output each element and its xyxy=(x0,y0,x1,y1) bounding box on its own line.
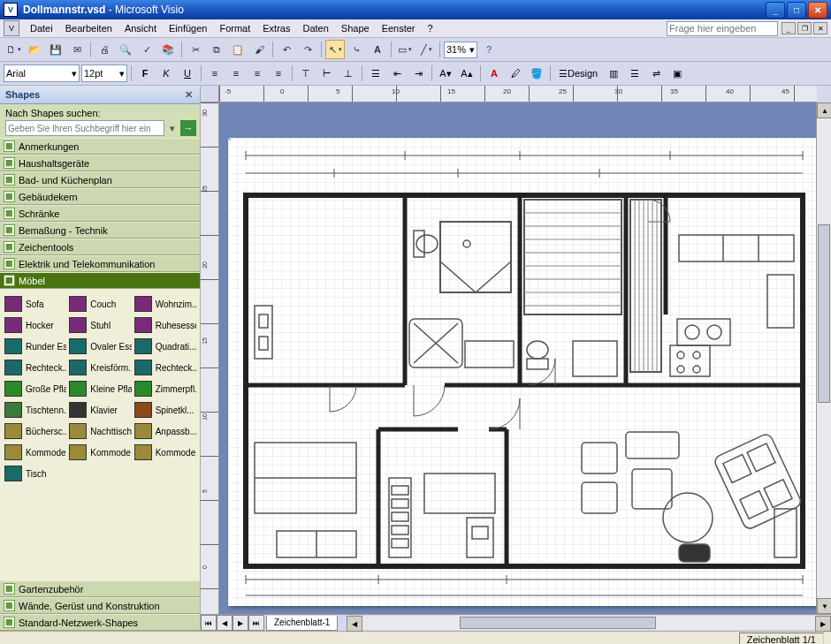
shape-item[interactable]: Nachttisch xyxy=(68,421,131,441)
shape-item[interactable]: Klavier xyxy=(68,400,131,420)
align-top-button[interactable]: ⊤ xyxy=(296,64,316,83)
menu-extras[interactable]: Extras xyxy=(257,21,295,35)
fill-color-button[interactable]: 🪣 xyxy=(527,64,546,83)
underline-button[interactable]: U xyxy=(178,64,197,83)
shape-item[interactable]: Hocker xyxy=(4,315,66,335)
horizontal-ruler[interactable]: -5051015202530354045 xyxy=(219,86,817,102)
shape-item[interactable]: Sofa xyxy=(4,294,66,314)
menu-daten[interactable]: Daten xyxy=(297,21,333,35)
tab-last-button[interactable]: ⏭ xyxy=(248,615,264,631)
shape-item[interactable]: Kommode 3 Schubl. xyxy=(133,443,196,462)
print-button[interactable]: 🖨 xyxy=(95,40,114,59)
design-button[interactable]: ☰ Design xyxy=(554,64,602,83)
open-button[interactable]: 📂 xyxy=(25,40,44,59)
shape-item[interactable]: Rechteck... Tisch xyxy=(133,358,196,377)
shape-item[interactable]: Spinetkl... xyxy=(133,400,196,420)
shape-item[interactable]: Kleine Pflanze xyxy=(68,379,131,398)
sheet-tab[interactable]: Zeichenblatt-1 xyxy=(266,616,338,631)
category-moebel[interactable]: ▦Möbel xyxy=(0,272,200,289)
close-button[interactable]: ✕ xyxy=(808,2,827,19)
category-zeichentools[interactable]: ▦Zeichentools xyxy=(0,239,200,255)
align-center-button[interactable]: ≡ xyxy=(226,64,246,83)
category-waende[interactable]: ▦Wände, Gerüst und Konstruktion xyxy=(0,597,200,614)
category-haushaltsgeraete[interactable]: ▦Haushaltsgeräte xyxy=(0,155,200,171)
print-preview-button[interactable]: 🔍 xyxy=(116,40,135,59)
bold-button[interactable]: F xyxy=(135,64,155,83)
menu-einfuegen[interactable]: Einfügen xyxy=(164,21,212,35)
maximize-button[interactable]: □ xyxy=(787,2,806,19)
line-ends-button[interactable]: ⇌ xyxy=(646,64,666,83)
tab-first-button[interactable]: ⏮ xyxy=(201,615,217,631)
shape-item[interactable]: Zimmerpfl... xyxy=(133,379,196,398)
shape-item[interactable]: Tischtenn... xyxy=(4,400,66,420)
menu-shape[interactable]: Shape xyxy=(336,21,375,35)
vertical-scroll-thumb[interactable] xyxy=(818,224,830,403)
menu-format[interactable]: Format xyxy=(214,21,255,35)
redo-button[interactable]: ↷ xyxy=(298,40,317,59)
tab-next-button[interactable]: ▶ xyxy=(233,615,248,631)
font-size-select[interactable]: 12pt▾ xyxy=(81,64,127,82)
scroll-up-button[interactable]: ▲ xyxy=(817,102,831,118)
shape-item[interactable]: Kommode xyxy=(4,443,66,462)
shape-item[interactable]: Rechteck... xyxy=(4,358,66,377)
rectangle-tool-button[interactable]: ▭ xyxy=(395,40,415,59)
category-gebaeudekern[interactable]: ▦Gebäudekern xyxy=(0,188,200,205)
floorplan-drawing[interactable] xyxy=(228,138,816,606)
category-bemassung[interactable]: ▦Bemaßung - Technik xyxy=(0,222,200,239)
vertical-ruler[interactable]: 302520151050 xyxy=(201,102,219,614)
category-schraenke[interactable]: ▦Schränke xyxy=(0,205,200,222)
vertical-scrollbar[interactable]: ▲ ▼ xyxy=(816,102,831,614)
zoom-select[interactable]: 31%▾ xyxy=(444,42,477,58)
scroll-down-button[interactable]: ▼ xyxy=(817,598,831,614)
align-right-button[interactable]: ≡ xyxy=(248,64,267,83)
theme-button[interactable]: ▥ xyxy=(604,64,623,83)
line-pattern-button[interactable]: ☰ xyxy=(625,64,644,83)
category-bad-kuechenplan[interactable]: ▦Bad- und Küchenplan xyxy=(0,171,200,188)
menu-datei[interactable]: Datei xyxy=(25,21,58,35)
align-justify-button[interactable]: ≡ xyxy=(269,64,288,83)
align-bottom-button[interactable]: ⊥ xyxy=(339,64,358,83)
email-button[interactable]: ✉ xyxy=(67,40,87,59)
shape-item[interactable]: Runder Esstisch xyxy=(4,337,66,356)
category-elektrik[interactable]: ▦Elektrik und Telekommunikation xyxy=(0,255,200,272)
help-button[interactable]: ? xyxy=(479,40,499,59)
italic-button[interactable]: K xyxy=(156,64,176,83)
shapes-pane-close-button[interactable]: ✕ xyxy=(182,88,194,101)
increase-font-button[interactable]: A▴ xyxy=(457,64,476,83)
horizontal-scrollbar[interactable]: ◀ ▶ xyxy=(347,616,831,630)
research-button[interactable]: 📚 xyxy=(158,40,178,59)
new-button[interactable]: 🗋 xyxy=(4,40,23,59)
align-middle-button[interactable]: ⊢ xyxy=(317,64,337,83)
minimize-button[interactable]: _ xyxy=(766,2,785,19)
menu-fenster[interactable]: Eenster xyxy=(377,21,421,35)
drawing-page[interactable] xyxy=(228,138,816,606)
doc-minimize-button[interactable]: _ xyxy=(781,22,796,34)
shape-item[interactable]: Ovaler Esstisch xyxy=(68,337,131,356)
copy-button[interactable]: ⧉ xyxy=(207,40,226,59)
drawing-canvas[interactable] xyxy=(219,102,816,614)
align-left-button[interactable]: ≡ xyxy=(205,64,225,83)
text-tool-button[interactable]: A xyxy=(368,40,387,59)
bullets-button[interactable]: ☰ xyxy=(366,64,385,83)
decrease-font-button[interactable]: A▾ xyxy=(436,64,455,83)
shape-item[interactable]: Kreisförm... Tisch xyxy=(68,358,131,377)
scroll-left-button[interactable]: ◀ xyxy=(347,616,362,632)
shape-item[interactable]: Tisch xyxy=(4,464,66,483)
shape-item[interactable]: Stuhl xyxy=(68,315,131,335)
shapes-search-input[interactable] xyxy=(5,120,164,136)
shape-item[interactable]: Büchersc... xyxy=(4,421,66,441)
cut-button[interactable]: ✂ xyxy=(186,40,205,59)
shape-item[interactable]: Kommode 2 Schubl. xyxy=(68,443,131,462)
paste-button[interactable]: 📋 xyxy=(228,40,248,59)
help-search-input[interactable] xyxy=(667,21,778,36)
font-color-button[interactable]: A xyxy=(484,64,504,83)
line-color-button[interactable]: 🖊 xyxy=(506,64,525,83)
shape-item[interactable]: Wohnzim... xyxy=(133,294,196,314)
line-tool-button[interactable]: ╱ xyxy=(416,40,436,59)
format-painter-button[interactable]: 🖌 xyxy=(249,40,269,59)
menu-help[interactable]: ? xyxy=(423,21,438,35)
scroll-right-button[interactable]: ▶ xyxy=(815,616,831,632)
tab-prev-button[interactable]: ◀ xyxy=(217,615,233,631)
category-gartenzubehoer[interactable]: ▦Gartenzubehör xyxy=(0,580,200,597)
shape-item[interactable]: Couch xyxy=(68,294,131,314)
